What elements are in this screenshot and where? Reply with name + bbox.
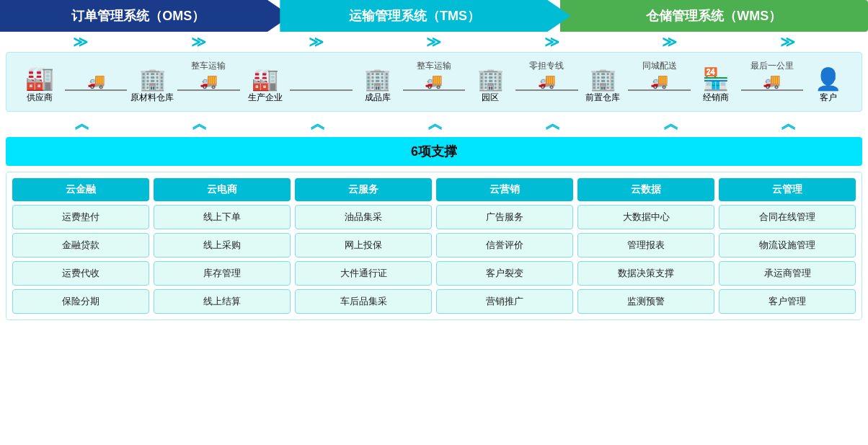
- grid-cell-5-2: 承运商管理: [719, 261, 856, 286]
- icon-finished-warehouse: 🏢: [364, 66, 391, 92]
- connector-6: 同城配送 🚚: [624, 60, 694, 91]
- node-front-warehouse: 🏢 前置仓库: [581, 66, 624, 104]
- label-zhengche1: 整车运输: [191, 60, 226, 72]
- arrow-up-3: 《: [306, 116, 326, 131]
- connector-4: 整车运输 🚚: [399, 60, 469, 91]
- node-finished-warehouse: 🏢 成品库: [356, 66, 399, 104]
- grid-cell-2-2: 大件通行证: [295, 261, 432, 286]
- header-section: 订单管理系统（OMS） 运输管理系统（TMS） 仓储管理系统（WMS）: [0, 0, 868, 32]
- label-dealer: 经销商: [703, 92, 729, 104]
- icon-dealer: 🏪: [702, 66, 729, 92]
- node-dealer: 🏪 经销商: [694, 66, 738, 104]
- arrow-down-5: ≫: [544, 33, 559, 50]
- grid-cell-1-3: 线上结算: [154, 289, 291, 314]
- arrow-down-1: ≫: [73, 33, 88, 50]
- grid-header-1: 云电商: [154, 178, 291, 201]
- grid-cell-3-1: 信誉评价: [436, 233, 573, 257]
- grid-cell-1-0: 线上下单: [154, 205, 291, 229]
- grid-cell-5-0: 合同在线管理: [719, 205, 856, 229]
- grid-header-5: 云管理: [719, 178, 856, 201]
- grid-cell-5-1: 物流设施管理: [719, 233, 856, 257]
- label-customer: 客户: [820, 92, 837, 104]
- truck-5: 🚚: [538, 72, 556, 89]
- label-raw-warehouse: 原材料仓库: [130, 92, 174, 104]
- grid-cell-2-1: 网上投保: [295, 233, 432, 257]
- header-wms: 仓储管理系统（WMS）: [560, 0, 868, 32]
- grid-cell-2-3: 车后品集采: [295, 289, 432, 314]
- grid-cell-3-2: 客户裂变: [436, 261, 573, 286]
- truck-1: 🚚: [87, 72, 105, 89]
- label-lingdan: 零担专线: [529, 60, 564, 72]
- grid-cell-3-0: 广告服务: [436, 205, 573, 229]
- node-supplier: 🏭 供应商: [18, 64, 61, 104]
- connector-1: 🚚: [61, 72, 130, 91]
- grid-cell-4-3: 监测预警: [577, 289, 714, 314]
- grid-col-0: 云金融运费垫付金融贷款运费代收保险分期: [12, 178, 149, 314]
- label-front-warehouse: 前置仓库: [585, 92, 620, 104]
- grid-cell-0-2: 运费代收: [12, 261, 149, 286]
- grid-table: 云金融运费垫付金融贷款运费代收保险分期云电商线上下单线上采购库存管理线上结算云服…: [12, 178, 856, 314]
- arrow-down-6: ≫: [662, 33, 677, 50]
- icon-park: 🏢: [477, 66, 504, 92]
- arrows-down-section: ≫ ≫ ≫ ≫ ≫ ≫ ≫: [0, 32, 868, 52]
- grid-cell-3-3: 营销推广: [436, 289, 573, 314]
- label-finished-warehouse: 成品库: [365, 92, 391, 104]
- arrow-up-4: 《: [424, 116, 443, 131]
- arrow-down-4: ≫: [426, 33, 441, 50]
- grid-cell-4-2: 数据决策支撑: [577, 261, 714, 286]
- grid-cell-4-1: 管理报表: [577, 233, 714, 257]
- tms-title: 运输管理系统（TMS）: [349, 7, 480, 25]
- node-customer: 👤 客户: [807, 66, 850, 104]
- grid-cell-0-0: 运费垫付: [12, 205, 149, 229]
- arrows-up-section: 《 《 《 《 《 《 《: [0, 112, 868, 134]
- label-park: 园区: [482, 92, 499, 104]
- header-oms: 订单管理系统（OMS）: [0, 0, 291, 32]
- node-raw-warehouse: 🏢 原材料仓库: [130, 66, 174, 104]
- grid-header-4: 云数据: [577, 178, 714, 201]
- grid-cell-2-0: 油品集采: [295, 205, 432, 229]
- grid-section: 云金融运费垫付金融贷款运费代收保险分期云电商线上下单线上采购库存管理线上结算云服…: [6, 172, 862, 320]
- truck-4: 🚚: [425, 72, 443, 89]
- grid-cell-4-0: 大数据中心: [577, 205, 714, 229]
- truck-7: 🚚: [763, 72, 781, 89]
- grid-col-4: 云数据大数据中心管理报表数据决策支撑监测预警: [577, 178, 714, 314]
- arrow-down-7: ≫: [780, 33, 795, 50]
- label-tongcheng: 同城配送: [642, 60, 677, 72]
- grid-header-2: 云服务: [295, 178, 432, 201]
- arrow-down-2: ≫: [191, 33, 206, 50]
- truck-2: 🚚: [200, 72, 218, 89]
- arrow-up-7: 《: [778, 116, 797, 131]
- oms-title: 订单管理系统（OMS）: [71, 7, 205, 25]
- icon-raw-warehouse: 🏢: [139, 66, 166, 92]
- arrow-up-1: 《: [71, 116, 90, 131]
- connector-2: 整车运输 🚚: [174, 60, 243, 91]
- grid-col-5: 云管理合同在线管理物流设施管理承运商管理客户管理: [719, 178, 856, 314]
- icon-factory: 🏭: [252, 66, 278, 92]
- header-tms: 运输管理系统（TMS）: [280, 0, 570, 32]
- grid-header-0: 云金融: [12, 178, 149, 201]
- arrow-up-5: 《: [542, 116, 562, 131]
- label-factory: 生产企业: [248, 92, 283, 104]
- label-supplier: 供应商: [27, 92, 53, 104]
- main-container: 订单管理系统（OMS） 运输管理系统（TMS） 仓储管理系统（WMS） ≫ ≫ …: [0, 0, 868, 320]
- grid-header-3: 云营销: [436, 178, 573, 201]
- grid-cell-5-3: 客户管理: [719, 289, 856, 314]
- grid-col-1: 云电商线上下单线上采购库存管理线上结算: [154, 178, 291, 314]
- grid-col-2: 云服务油品集采网上投保大件通行证车后品集采: [295, 178, 432, 314]
- label-zuihou: 最后一公里: [750, 60, 794, 72]
- icon-supplier: 🏭: [25, 64, 54, 92]
- wms-title: 仓储管理系统（WMS）: [646, 7, 781, 25]
- connector-3: [287, 89, 356, 91]
- grid-cell-1-1: 线上采购: [154, 233, 291, 257]
- connector-5: 零担专线 🚚: [512, 60, 581, 91]
- arrow-up-6: 《: [660, 116, 679, 131]
- arrow-up-2: 《: [189, 116, 208, 131]
- support-section: 6项支撑: [6, 137, 862, 166]
- label-zhengche2: 整车运输: [417, 60, 451, 72]
- grid-cell-0-1: 金融贷款: [12, 233, 149, 257]
- logistics-section: 🏭 供应商 🚚 🏢 原材料仓库 整车运输 🚚 🏭: [6, 52, 862, 112]
- grid-cell-0-3: 保险分期: [12, 289, 149, 314]
- truck-6: 🚚: [650, 72, 668, 89]
- support-title: 6项支撑: [411, 144, 457, 159]
- icon-customer: 👤: [815, 66, 841, 92]
